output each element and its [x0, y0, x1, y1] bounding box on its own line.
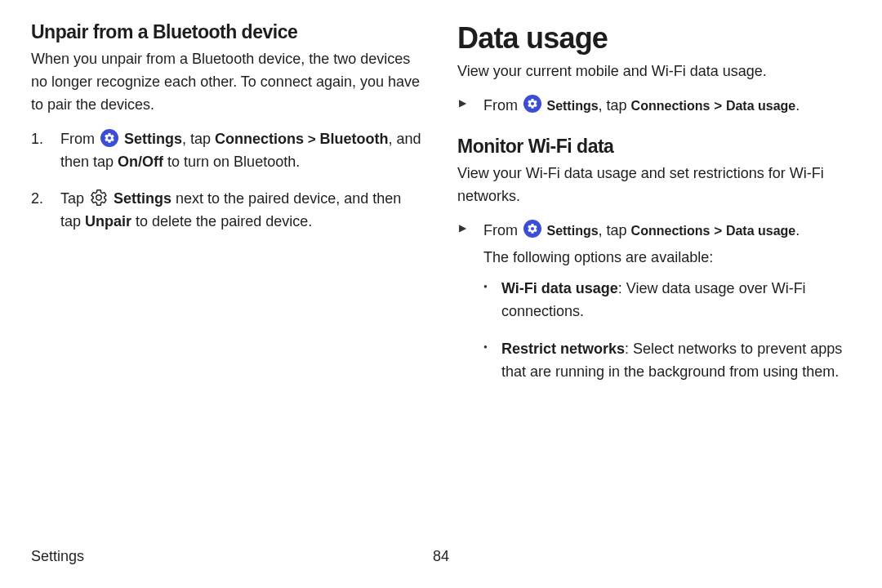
heading-unpair: Unpair from a Bluetooth device: [31, 21, 423, 43]
nav-step-data-usage: From Settings, tap Connections > Data us…: [457, 95, 849, 118]
page-footer: Settings 84: [31, 546, 851, 568]
bold-data-usage: Data usage: [726, 224, 795, 238]
left-column: Unpair from a Bluetooth device When you …: [31, 21, 423, 399]
bold-settings: Settings: [546, 224, 598, 238]
bold-unpair: Unpair: [85, 213, 131, 229]
footer-page-number: 84: [433, 546, 449, 568]
step-1: From Settings, tap Connections > Bluetoo…: [31, 128, 423, 174]
bold-settings: Settings: [124, 131, 182, 147]
unpair-steps: From Settings, tap Connections > Bluetoo…: [31, 128, 423, 234]
step-2: Tap Settings next to the paired device, …: [31, 188, 423, 234]
option-wifi-data-usage: Wi-Fi data usage: View data usage over W…: [483, 278, 849, 323]
intro-monitor-wifi: View your Wi-Fi data usage and set restr…: [457, 163, 849, 208]
text: Tap: [60, 190, 88, 207]
options-list: Wi-Fi data usage: View data usage over W…: [483, 278, 849, 384]
text: From: [483, 222, 522, 238]
text: .: [795, 222, 800, 238]
settings-icon: [100, 129, 118, 147]
heading-monitor-wifi: Monitor Wi-Fi data: [457, 136, 849, 158]
bold-data-usage: Data usage: [726, 99, 795, 113]
bold-option-title: Wi-Fi data usage: [501, 280, 618, 296]
breadcrumb-separator: >: [710, 98, 726, 114]
text: .: [795, 97, 800, 114]
text: to delete the paired device.: [131, 213, 312, 229]
bold-bluetooth: Bluetooth: [319, 131, 388, 147]
bold-option-title: Restrict networks: [501, 341, 625, 357]
bold-settings: Settings: [546, 99, 598, 113]
bold-onoff: On/Off: [118, 154, 163, 170]
settings-icon: [523, 220, 541, 238]
text: From: [483, 97, 522, 114]
heading-data-usage: Data usage: [457, 21, 849, 56]
breadcrumb-separator: >: [710, 223, 726, 238]
options-available: The following options are available:: [483, 247, 849, 270]
bold-connections: Connections: [215, 131, 304, 147]
text: , tap: [599, 222, 631, 238]
settings-icon: [523, 95, 541, 113]
intro-unpair: When you unpair from a Bluetooth device,…: [31, 48, 423, 117]
breadcrumb-separator: >: [304, 131, 319, 147]
settings-outline-icon: [90, 189, 108, 207]
bold-connections: Connections: [631, 224, 710, 238]
bold-connections: Connections: [631, 99, 710, 113]
bold-settings: Settings: [114, 190, 172, 207]
nav-step-wifi: From Settings, tap Connections > Data us…: [457, 220, 849, 243]
text: , tap: [599, 97, 631, 114]
text: From: [60, 131, 99, 147]
right-column: Data usage View your current mobile and …: [457, 21, 849, 399]
footer-section-name: Settings: [31, 546, 84, 568]
intro-data-usage: View your current mobile and Wi-Fi data …: [457, 60, 849, 83]
option-restrict-networks: Restrict networks: Select networks to pr…: [483, 338, 849, 384]
text: to turn on Bluetooth.: [163, 154, 300, 170]
text: , tap: [182, 131, 215, 147]
